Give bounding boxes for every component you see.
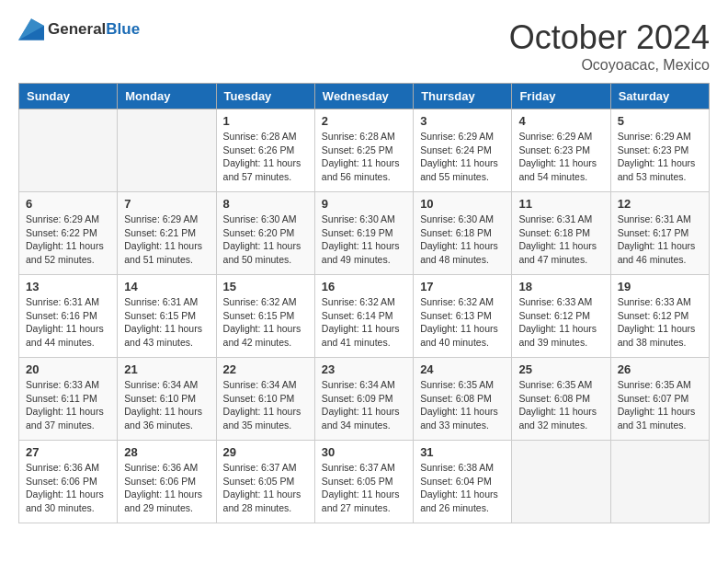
calendar-cell: 18Sunrise: 6:33 AM Sunset: 6:12 PM Dayli… [512,275,610,358]
day-info: Sunrise: 6:32 AM Sunset: 6:15 PM Dayligh… [223,295,308,350]
day-number: 5 [618,114,702,128]
calendar-cell [19,109,118,192]
day-info: Sunrise: 6:31 AM Sunset: 6:18 PM Dayligh… [518,213,603,267]
day-number: 15 [223,280,308,293]
day-number: 20 [26,362,110,376]
day-number: 17 [420,280,505,293]
calendar-cell [610,441,709,523]
calendar-cell: 4Sunrise: 6:29 AM Sunset: 6:23 PM Daylig… [512,109,610,192]
day-number: 1 [223,114,308,128]
day-info: Sunrise: 6:30 AM Sunset: 6:18 PM Dayligh… [420,213,505,267]
header-cell-sunday: Sunday [19,84,118,109]
calendar-cell: 26Sunrise: 6:35 AM Sunset: 6:07 PM Dayli… [610,358,709,441]
week-row-1: 6Sunrise: 6:29 AM Sunset: 6:22 PM Daylig… [19,192,710,275]
day-info: Sunrise: 6:33 AM Sunset: 6:12 PM Dayligh… [618,295,702,350]
day-number: 4 [518,114,603,128]
logo-blue-text: Blue [106,20,140,38]
calendar-cell: 21Sunrise: 6:34 AM Sunset: 6:10 PM Dayli… [118,358,216,441]
calendar-cell: 7Sunrise: 6:29 AM Sunset: 6:21 PM Daylig… [118,192,216,275]
calendar-cell: 3Sunrise: 6:29 AM Sunset: 6:24 PM Daylig… [414,109,512,192]
calendar-cell: 14Sunrise: 6:31 AM Sunset: 6:15 PM Dayli… [118,275,216,358]
day-number: 6 [26,197,110,211]
day-number: 31 [420,445,505,459]
day-info: Sunrise: 6:33 AM Sunset: 6:11 PM Dayligh… [26,378,110,432]
day-info: Sunrise: 6:28 AM Sunset: 6:25 PM Dayligh… [322,130,406,184]
calendar-cell: 13Sunrise: 6:31 AM Sunset: 6:16 PM Dayli… [19,275,118,358]
day-info: Sunrise: 6:32 AM Sunset: 6:14 PM Dayligh… [322,295,406,350]
day-info: Sunrise: 6:38 AM Sunset: 6:04 PM Dayligh… [420,461,505,515]
day-info: Sunrise: 6:32 AM Sunset: 6:13 PM Dayligh… [420,295,505,350]
calendar-cell: 22Sunrise: 6:34 AM Sunset: 6:10 PM Dayli… [216,358,314,441]
day-number: 13 [26,280,110,293]
calendar-cell: 15Sunrise: 6:32 AM Sunset: 6:15 PM Dayli… [216,275,314,358]
day-number: 18 [518,280,603,293]
day-number: 30 [322,445,406,459]
day-info: Sunrise: 6:36 AM Sunset: 6:06 PM Dayligh… [124,461,209,515]
header-cell-friday: Friday [512,84,610,109]
day-info: Sunrise: 6:29 AM Sunset: 6:24 PM Dayligh… [420,130,505,184]
calendar-cell: 10Sunrise: 6:30 AM Sunset: 6:18 PM Dayli… [414,192,512,275]
calendar-cell: 29Sunrise: 6:37 AM Sunset: 6:05 PM Dayli… [216,441,314,523]
day-info: Sunrise: 6:29 AM Sunset: 6:23 PM Dayligh… [618,130,702,184]
day-number: 10 [420,197,505,211]
header-cell-wednesday: Wednesday [314,84,413,109]
calendar-cell: 25Sunrise: 6:35 AM Sunset: 6:08 PM Dayli… [512,358,610,441]
logo: GeneralBlue [18,18,140,40]
day-number: 23 [322,362,406,376]
header-cell-saturday: Saturday [610,84,709,109]
day-number: 29 [223,445,308,459]
header-cell-monday: Monday [118,84,216,109]
calendar-cell: 2Sunrise: 6:28 AM Sunset: 6:25 PM Daylig… [314,109,413,192]
day-number: 8 [223,197,308,211]
month-title: October 2024 [509,18,710,57]
week-row-4: 27Sunrise: 6:36 AM Sunset: 6:06 PM Dayli… [19,441,710,523]
day-info: Sunrise: 6:28 AM Sunset: 6:26 PM Dayligh… [223,130,308,184]
calendar-cell: 6Sunrise: 6:29 AM Sunset: 6:22 PM Daylig… [19,192,118,275]
day-number: 16 [322,280,406,293]
day-info: Sunrise: 6:29 AM Sunset: 6:22 PM Dayligh… [26,213,110,267]
week-row-3: 20Sunrise: 6:33 AM Sunset: 6:11 PM Dayli… [19,358,710,441]
calendar-cell: 16Sunrise: 6:32 AM Sunset: 6:14 PM Dayli… [314,275,413,358]
calendar-cell [118,109,216,192]
day-info: Sunrise: 6:35 AM Sunset: 6:08 PM Dayligh… [518,378,603,432]
day-info: Sunrise: 6:36 AM Sunset: 6:06 PM Dayligh… [26,461,110,515]
day-info: Sunrise: 6:31 AM Sunset: 6:15 PM Dayligh… [124,295,209,350]
calendar-cell: 20Sunrise: 6:33 AM Sunset: 6:11 PM Dayli… [19,358,118,441]
calendar-cell: 30Sunrise: 6:37 AM Sunset: 6:05 PM Dayli… [314,441,413,523]
calendar-cell: 24Sunrise: 6:35 AM Sunset: 6:08 PM Dayli… [414,358,512,441]
calendar-cell: 8Sunrise: 6:30 AM Sunset: 6:20 PM Daylig… [216,192,314,275]
day-info: Sunrise: 6:37 AM Sunset: 6:05 PM Dayligh… [223,461,308,515]
day-info: Sunrise: 6:34 AM Sunset: 6:10 PM Dayligh… [124,378,209,432]
day-number: 11 [518,197,603,211]
day-info: Sunrise: 6:30 AM Sunset: 6:20 PM Dayligh… [223,213,308,267]
calendar-cell: 9Sunrise: 6:30 AM Sunset: 6:19 PM Daylig… [314,192,413,275]
day-number: 27 [26,445,110,459]
calendar-cell: 31Sunrise: 6:38 AM Sunset: 6:04 PM Dayli… [414,441,512,523]
day-info: Sunrise: 6:29 AM Sunset: 6:21 PM Dayligh… [124,213,209,267]
page-header: GeneralBlue October 2024 Ocoyoacac, Mexi… [18,18,710,74]
title-area: October 2024 Ocoyoacac, Mexico [509,18,710,74]
day-number: 22 [223,362,308,376]
day-number: 21 [124,362,209,376]
calendar-cell: 19Sunrise: 6:33 AM Sunset: 6:12 PM Dayli… [610,275,709,358]
day-info: Sunrise: 6:35 AM Sunset: 6:07 PM Dayligh… [618,378,702,432]
calendar-cell: 23Sunrise: 6:34 AM Sunset: 6:09 PM Dayli… [314,358,413,441]
day-number: 12 [618,197,702,211]
week-row-0: 1Sunrise: 6:28 AM Sunset: 6:26 PM Daylig… [19,109,710,192]
day-info: Sunrise: 6:31 AM Sunset: 6:17 PM Dayligh… [618,213,702,267]
day-info: Sunrise: 6:34 AM Sunset: 6:09 PM Dayligh… [322,378,406,432]
calendar-cell: 17Sunrise: 6:32 AM Sunset: 6:13 PM Dayli… [414,275,512,358]
day-number: 25 [518,362,603,376]
logo-general-text: General [48,20,106,38]
calendar-cell: 1Sunrise: 6:28 AM Sunset: 6:26 PM Daylig… [216,109,314,192]
day-info: Sunrise: 6:33 AM Sunset: 6:12 PM Dayligh… [518,295,603,350]
day-info: Sunrise: 6:35 AM Sunset: 6:08 PM Dayligh… [420,378,505,432]
calendar-cell: 27Sunrise: 6:36 AM Sunset: 6:06 PM Dayli… [19,441,118,523]
calendar-cell [512,441,610,523]
day-number: 19 [618,280,702,293]
day-number: 28 [124,445,209,459]
day-number: 14 [124,280,209,293]
day-info: Sunrise: 6:30 AM Sunset: 6:19 PM Dayligh… [322,213,406,267]
day-number: 26 [618,362,702,376]
day-number: 2 [322,114,406,128]
